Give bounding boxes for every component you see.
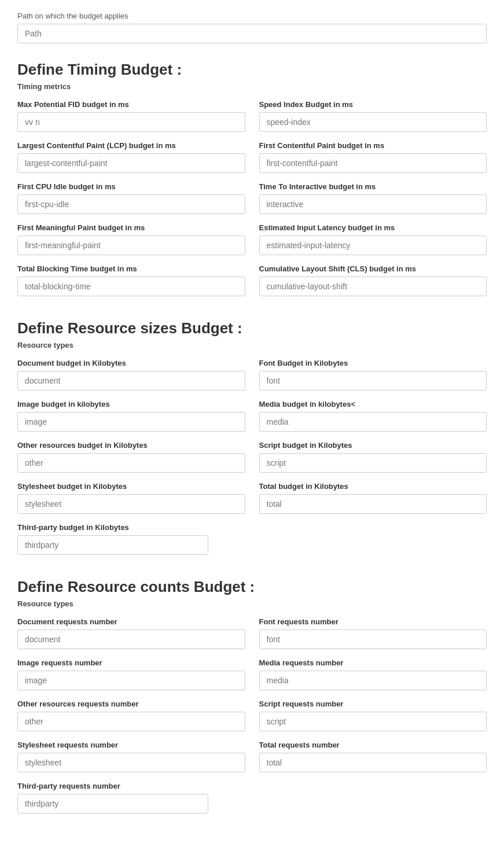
field-document-size-input[interactable] [17, 371, 245, 391]
field-fcp-input[interactable] [259, 153, 487, 173]
field-other-size: Other resources budget in Kilobytes [17, 441, 245, 473]
field-interactive: Time To Interactive budget in ms [259, 182, 487, 214]
field-media-count-label: Media requests number [259, 658, 487, 667]
field-thirdparty-size: Third-party budget in Kilobytes [17, 523, 487, 555]
field-speed-index-input[interactable] [259, 112, 487, 132]
field-document-count-input[interactable] [17, 630, 245, 649]
resource-counts-subtitle: Resource types [17, 599, 487, 608]
field-tbt: Total Blocking Time budget in ms [17, 264, 245, 296]
path-label: Path on which the budget applies [17, 12, 487, 20]
field-cls: Cumulative Layout Shift (CLS) budget in … [259, 264, 487, 296]
timing-budget-section: Define Timing Budget : Timing metrics Ma… [17, 61, 487, 296]
field-thirdparty-size-input[interactable] [17, 535, 208, 555]
field-media-size-label: Media budget in kilobytes< [259, 400, 487, 408]
field-font-size-label: Font Budget in Kilobytes [259, 359, 487, 367]
field-first-cpu-idle-label: First CPU Idle budget in ms [17, 182, 245, 191]
field-thirdparty-count-label: Third-party requests number [17, 782, 487, 790]
field-tbt-label: Total Blocking Time budget in ms [17, 264, 245, 273]
field-other-size-label: Other resources budget in Kilobytes [17, 441, 245, 450]
resource-sizes-title: Define Resource sizes Budget : [17, 319, 487, 337]
field-document-size-label: Document budget in Kilobytes [17, 359, 245, 367]
field-max-fid-label: Max Potential FID budget in ms [17, 100, 245, 109]
field-lcp-label: Largest Contentful Paint (LCP) budget in… [17, 141, 245, 150]
field-font-size-input[interactable] [259, 371, 487, 391]
field-total-size-input[interactable] [259, 494, 487, 514]
field-stylesheet-size-input[interactable] [17, 494, 245, 514]
field-stylesheet-count-input[interactable] [17, 753, 245, 772]
field-image-size-label: Image budget in kilobytes [17, 400, 245, 408]
field-cls-label: Cumulative Layout Shift (CLS) budget in … [259, 264, 487, 273]
field-speed-index: Speed Index Budget in ms [259, 100, 487, 132]
field-thirdparty-count: Third-party requests number [17, 782, 487, 813]
field-image-count-input[interactable] [17, 671, 245, 690]
field-script-size-label: Script budget in Kilobytes [259, 441, 487, 450]
field-stylesheet-size-label: Stylesheet budget in Kilobytes [17, 482, 245, 491]
field-font-size: Font Budget in Kilobytes [259, 359, 487, 391]
field-stylesheet-size: Stylesheet budget in Kilobytes [17, 482, 245, 514]
path-section: Path on which the budget applies [17, 12, 487, 43]
timing-budget-grid: Max Potential FID budget in ms Speed Ind… [17, 100, 487, 296]
field-total-count-input[interactable] [259, 753, 487, 772]
field-other-count-label: Other resources requests number [17, 700, 245, 708]
field-script-count-input[interactable] [259, 712, 487, 731]
field-total-size: Total budget in Kilobytes [259, 482, 487, 514]
timing-budget-subtitle: Timing metrics [17, 82, 487, 91]
path-input[interactable] [17, 24, 487, 43]
field-stylesheet-count: Stylesheet requests number [17, 741, 245, 772]
field-media-size-input[interactable] [259, 412, 487, 432]
field-cls-input[interactable] [259, 277, 487, 296]
field-script-count: Script requests number [259, 700, 487, 731]
timing-budget-title: Define Timing Budget : [17, 61, 487, 79]
field-script-count-label: Script requests number [259, 700, 487, 708]
field-interactive-input[interactable] [259, 194, 487, 214]
field-font-count-label: Font requests number [259, 617, 487, 626]
field-eil: Estimated Input Latency budget in ms [259, 223, 487, 255]
field-document-size: Document budget in Kilobytes [17, 359, 245, 391]
field-media-size: Media budget in kilobytes< [259, 400, 487, 432]
resource-sizes-subtitle: Resource types [17, 341, 487, 349]
field-tbt-input[interactable] [17, 277, 245, 296]
field-total-count: Total requests number [259, 741, 487, 772]
resource-sizes-section: Define Resource sizes Budget : Resource … [17, 319, 487, 555]
field-fcp: First Contentful Paint budget in ms [259, 141, 487, 173]
field-thirdparty-count-input[interactable] [17, 794, 208, 813]
field-image-count-label: Image requests number [17, 658, 245, 667]
field-fmp-input[interactable] [17, 235, 245, 255]
field-first-cpu-idle-input[interactable] [17, 194, 245, 214]
field-speed-index-label: Speed Index Budget in ms [259, 100, 487, 109]
field-fcp-label: First Contentful Paint budget in ms [259, 141, 487, 150]
field-image-count: Image requests number [17, 658, 245, 690]
field-eil-label: Estimated Input Latency budget in ms [259, 223, 487, 232]
field-image-size-input[interactable] [17, 412, 245, 432]
field-thirdparty-size-label: Third-party budget in Kilobytes [17, 523, 487, 532]
field-other-size-input[interactable] [17, 453, 245, 473]
field-font-count: Font requests number [259, 617, 487, 649]
field-document-count: Document requests number [17, 617, 245, 649]
field-max-fid: Max Potential FID budget in ms [17, 100, 245, 132]
field-total-size-label: Total budget in Kilobytes [259, 482, 487, 491]
field-fmp: First Meaningful Paint budget in ms [17, 223, 245, 255]
resource-sizes-grid: Document budget in Kilobytes Font Budget… [17, 359, 487, 555]
field-eil-input[interactable] [259, 235, 487, 255]
field-other-count-input[interactable] [17, 712, 245, 731]
field-max-fid-input[interactable] [17, 112, 245, 132]
field-document-count-label: Document requests number [17, 617, 245, 626]
field-fmp-label: First Meaningful Paint budget in ms [17, 223, 245, 232]
field-stylesheet-count-label: Stylesheet requests number [17, 741, 245, 749]
field-image-size: Image budget in kilobytes [17, 400, 245, 432]
field-script-size-input[interactable] [259, 453, 487, 473]
field-interactive-label: Time To Interactive budget in ms [259, 182, 487, 191]
field-script-size: Script budget in Kilobytes [259, 441, 487, 473]
field-total-count-label: Total requests number [259, 741, 487, 749]
field-lcp-input[interactable] [17, 153, 245, 173]
field-first-cpu-idle: First CPU Idle budget in ms [17, 182, 245, 214]
field-lcp: Largest Contentful Paint (LCP) budget in… [17, 141, 245, 173]
resource-counts-section: Define Resource counts Budget : Resource… [17, 578, 487, 813]
resource-counts-title: Define Resource counts Budget : [17, 578, 487, 596]
resource-counts-grid: Document requests number Font requests n… [17, 617, 487, 813]
field-font-count-input[interactable] [259, 630, 487, 649]
field-other-count: Other resources requests number [17, 700, 245, 731]
field-media-count-input[interactable] [259, 671, 487, 690]
field-media-count: Media requests number [259, 658, 487, 690]
